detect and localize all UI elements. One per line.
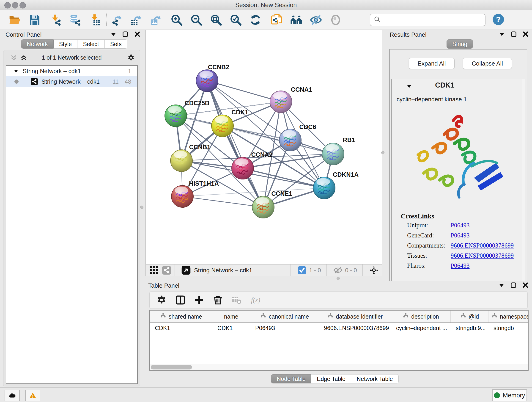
warning-status-button[interactable] xyxy=(25,390,40,401)
delete-column-icon[interactable] xyxy=(212,294,223,306)
tab-style[interactable]: Style xyxy=(54,39,78,49)
network-node-CDK1[interactable] xyxy=(211,115,234,137)
search-input[interactable] xyxy=(381,17,485,24)
network-node-CDKN1A[interactable] xyxy=(313,177,335,199)
export-network-button[interactable] xyxy=(109,13,123,27)
help-button[interactable]: ? xyxy=(492,13,505,27)
tab-node-table[interactable]: Node Table xyxy=(271,374,311,383)
export-table-button[interactable] xyxy=(129,13,143,27)
network-node-RB1[interactable] xyxy=(322,143,344,165)
function-builder-icon[interactable]: f(x) xyxy=(250,294,261,306)
results-panel-menu-icon[interactable] xyxy=(498,31,505,39)
table-horizontal-scrollbar[interactable] xyxy=(150,364,528,370)
grid-view-icon[interactable] xyxy=(149,265,158,275)
network-node-CCNA2[interactable] xyxy=(232,157,254,179)
left-splitter-handle[interactable] xyxy=(140,206,143,209)
table-panel-menu-icon[interactable] xyxy=(498,282,505,290)
show-eye-button[interactable] xyxy=(329,13,342,27)
network-graph[interactable]: CCNB2CCNA1CDC25BCDK1CDC6RB1CCNB1CCNA2CDK… xyxy=(146,30,382,264)
scrollbar-thumb[interactable] xyxy=(151,365,192,370)
tab-select[interactable]: Select xyxy=(77,39,104,49)
birdseye-view-icon[interactable] xyxy=(181,265,191,275)
table-panel-close-icon[interactable] xyxy=(522,282,529,290)
network-options-gear-icon[interactable] xyxy=(127,54,135,63)
svg-text:f(x): f(x) xyxy=(251,296,260,304)
column-header-database-identifier[interactable]: database identifier xyxy=(319,311,391,322)
clone-network-button[interactable] xyxy=(270,13,283,27)
network-edge-CCNB2-CCNE1[interactable] xyxy=(207,81,263,207)
gene-section-header[interactable]: CDK1 xyxy=(392,79,525,92)
network-node-CCNB1[interactable] xyxy=(171,150,192,172)
show-columns-icon[interactable] xyxy=(175,294,186,306)
table-options-gear-icon[interactable] xyxy=(156,294,167,306)
import-table-button[interactable] xyxy=(89,13,102,27)
network-node-CDC6[interactable] xyxy=(279,129,301,151)
table-panel-float-icon[interactable] xyxy=(510,282,517,290)
column-header-name[interactable]: name xyxy=(212,311,250,322)
tab-network[interactable]: Network xyxy=(21,39,54,49)
network-node-CCNA1[interactable] xyxy=(270,91,292,113)
right-splitter-handle[interactable] xyxy=(381,151,385,154)
crosslink-link[interactable]: 9606.ENSP00000378699 xyxy=(451,252,514,259)
import-network-button[interactable] xyxy=(49,13,62,27)
tab-sets[interactable]: Sets xyxy=(105,39,127,49)
crosslink-link[interactable]: P06493 xyxy=(451,222,470,229)
column-header-description[interactable]: description xyxy=(391,311,451,322)
expand-all-button[interactable]: Expand All xyxy=(409,58,455,69)
control-panel-menu-icon[interactable] xyxy=(110,31,117,39)
tab-string[interactable]: String xyxy=(447,39,473,49)
single-view-share-icon[interactable] xyxy=(162,265,171,275)
crosslink-label: Tissues: xyxy=(407,252,427,259)
results-vertical-scrollbar[interactable] xyxy=(522,79,525,282)
bottom-splitter-handle[interactable] xyxy=(336,277,340,280)
open-folder-button[interactable] xyxy=(8,13,22,27)
protein-structure-image xyxy=(405,107,511,208)
network-node-count: 11 xyxy=(113,78,119,85)
network-row-selected[interactable]: String Network – cdk1 11 48 xyxy=(6,76,137,87)
collapse-all-button[interactable]: Collapse All xyxy=(463,58,512,69)
network-node-HIST1H1A[interactable] xyxy=(171,185,193,207)
column-header-namespace[interactable]: namespace xyxy=(488,311,529,322)
selected-checkbox-icon[interactable] xyxy=(297,265,307,275)
table-row[interactable]: CDK1CDK1P064939606.ENSP00000378699cyclin… xyxy=(150,323,528,333)
export-image-button[interactable] xyxy=(149,13,162,27)
network-node-CCNE1[interactable] xyxy=(252,196,274,218)
zoom-in-button[interactable] xyxy=(170,13,183,27)
column-header--id[interactable]: @id xyxy=(451,311,488,322)
hidden-eye-slash-icon[interactable] xyxy=(333,265,343,275)
import-database-button[interactable] xyxy=(69,13,82,27)
crosslink-link[interactable]: P06493 xyxy=(451,232,470,239)
crosslink-link[interactable]: 9606.ENSP00000378699 xyxy=(451,242,514,249)
column-header-shared-name[interactable]: shared name xyxy=(150,311,212,322)
search-box[interactable] xyxy=(370,14,486,26)
results-panel-close-icon[interactable] xyxy=(522,31,529,39)
add-column-icon[interactable] xyxy=(194,294,205,306)
network-node-CCNB2[interactable] xyxy=(196,70,218,92)
network-canvas[interactable]: CCNB2CCNA1CDC25BCDK1CDC6RB1CCNB1CCNA2CDK… xyxy=(146,30,382,264)
fit-selected-crosshair-icon[interactable] xyxy=(369,265,379,275)
save-button[interactable] xyxy=(28,13,41,27)
control-panel-close-icon[interactable] xyxy=(134,31,141,39)
network-collection-row[interactable]: String Network – cdk1 1 xyxy=(6,66,137,76)
delete-table-icon[interactable] xyxy=(231,294,242,306)
column-header-canonical-name[interactable]: canonical name xyxy=(250,311,319,322)
results-panel-float-icon[interactable] xyxy=(510,31,517,39)
memory-button[interactable]: Memory xyxy=(492,389,527,401)
zoom-out-button[interactable] xyxy=(190,13,203,27)
hide-eye-slash-button[interactable] xyxy=(309,13,323,27)
tab-edge-table[interactable]: Edge Table xyxy=(311,374,351,383)
crosslink-link[interactable]: P06493 xyxy=(451,262,470,269)
disclosure-triangle-icon xyxy=(406,83,412,89)
network-overview-houses-button[interactable] xyxy=(290,13,303,27)
string-results-box: Expand All Collapse All CDK1 cyclin–depe… xyxy=(389,49,527,289)
control-panel-float-icon[interactable] xyxy=(122,31,129,39)
refresh-button[interactable] xyxy=(249,13,262,27)
gene-description: cyclin–dependent kinase 1 xyxy=(397,96,467,103)
network-edge-CCNE1-HIST1H1A[interactable] xyxy=(182,196,263,207)
zoom-fit-button[interactable] xyxy=(209,13,223,27)
network-node-CDC25B[interactable] xyxy=(165,105,187,127)
table-type-tabs: Node TableEdge TableNetwork Table xyxy=(271,374,399,383)
tab-network-table[interactable]: Network Table xyxy=(351,374,399,383)
zoom-selected-button[interactable] xyxy=(229,13,242,27)
cloud-status-button[interactable] xyxy=(5,390,20,401)
